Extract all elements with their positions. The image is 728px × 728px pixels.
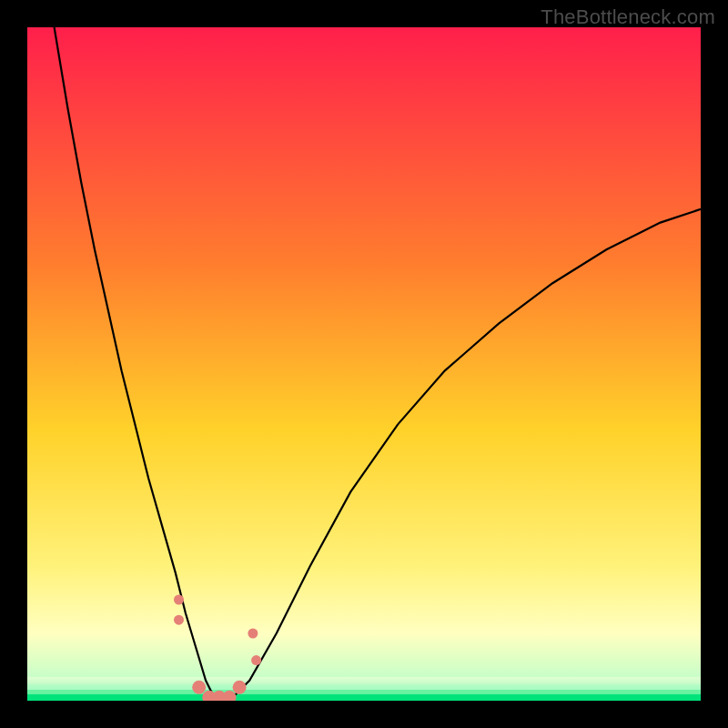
svg-rect-0 [27, 694, 701, 701]
svg-rect-1 [27, 690, 701, 694]
gradient-background [27, 27, 701, 701]
marker-point [192, 681, 206, 694]
marker-point [248, 629, 258, 639]
marker-point [174, 595, 184, 605]
marker-point [251, 655, 261, 665]
watermark-label: TheBottleneck.com [541, 5, 715, 29]
green-band [27, 677, 701, 701]
svg-rect-2 [27, 684, 701, 690]
svg-rect-3 [27, 677, 701, 684]
bottleneck-chart [27, 27, 701, 701]
marker-point [233, 681, 247, 694]
plot-area [27, 27, 701, 701]
chart-frame: TheBottleneck.com [0, 0, 728, 728]
marker-point [174, 615, 184, 625]
